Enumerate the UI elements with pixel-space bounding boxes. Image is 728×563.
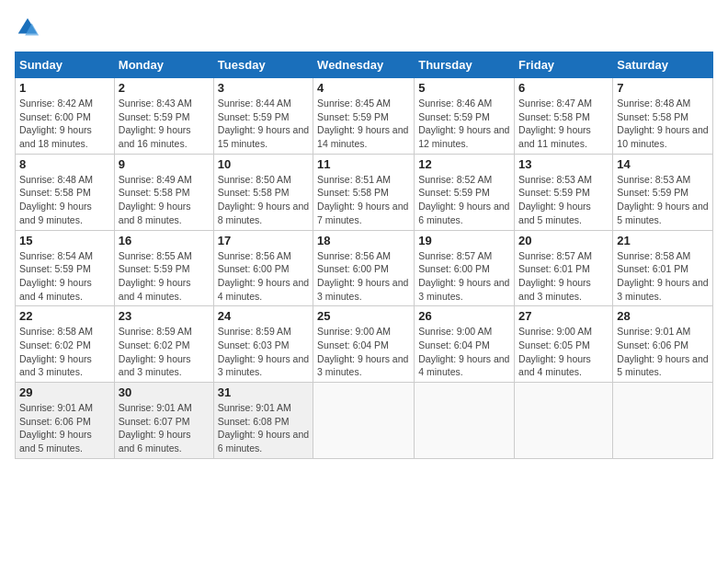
- calendar-cell: 27Sunrise: 9:00 AMSunset: 6:05 PMDayligh…: [515, 306, 613, 383]
- day-number: 14: [617, 157, 709, 171]
- day-info: Sunrise: 9:01 AMSunset: 6:06 PMDaylight:…: [617, 325, 709, 379]
- day-number: 17: [218, 234, 309, 247]
- day-number: 13: [518, 157, 609, 171]
- calendar-cell: 5Sunrise: 8:46 AMSunset: 5:59 PMDaylight…: [415, 78, 515, 155]
- calendar-cell: 2Sunrise: 8:43 AMSunset: 5:59 PMDaylight…: [114, 78, 213, 155]
- calendar-cell: 12Sunrise: 8:52 AMSunset: 5:59 PMDayligh…: [415, 154, 515, 230]
- day-number: 8: [19, 157, 110, 171]
- calendar-cell: 25Sunrise: 9:00 AMSunset: 6:04 PMDayligh…: [313, 306, 415, 383]
- day-info: Sunrise: 8:43 AMSunset: 5:59 PMDaylight:…: [119, 97, 210, 151]
- calendar-cell: 4Sunrise: 8:45 AMSunset: 5:59 PMDaylight…: [313, 78, 415, 155]
- day-info: Sunrise: 8:54 AMSunset: 5:59 PMDaylight:…: [19, 249, 110, 304]
- day-info: Sunrise: 9:00 AMSunset: 6:04 PMDaylight:…: [317, 325, 410, 379]
- day-number: 15: [19, 234, 110, 247]
- day-info: Sunrise: 8:46 AMSunset: 5:59 PMDaylight:…: [418, 97, 510, 151]
- day-number: 31: [218, 385, 309, 399]
- day-number: 4: [317, 81, 410, 95]
- day-info: Sunrise: 8:52 AMSunset: 5:59 PMDaylight:…: [418, 173, 510, 227]
- calendar-cell: 30Sunrise: 9:01 AMSunset: 6:07 PMDayligh…: [114, 383, 213, 459]
- day-number: 9: [119, 157, 210, 171]
- day-number: 30: [119, 385, 210, 399]
- day-number: 21: [617, 234, 709, 247]
- day-number: 3: [218, 81, 309, 95]
- calendar-week-row: 15Sunrise: 8:54 AMSunset: 5:59 PMDayligh…: [16, 230, 713, 306]
- day-number: 12: [418, 157, 510, 171]
- logo: [15, 15, 42, 40]
- day-number: 10: [218, 157, 309, 171]
- calendar-cell: [415, 383, 515, 459]
- day-number: 28: [617, 309, 709, 323]
- day-info: Sunrise: 8:58 AMSunset: 6:02 PMDaylight:…: [19, 325, 110, 379]
- day-number: 5: [418, 81, 510, 95]
- day-info: Sunrise: 9:01 AMSunset: 6:07 PMDaylight:…: [119, 401, 210, 455]
- calendar-week-row: 29Sunrise: 9:01 AMSunset: 6:06 PMDayligh…: [16, 383, 713, 459]
- day-info: Sunrise: 8:49 AMSunset: 5:58 PMDaylight:…: [119, 173, 210, 227]
- calendar-header-row: Sunday Monday Tuesday Wednesday Thursday…: [16, 52, 713, 78]
- col-thursday: Thursday: [415, 52, 515, 78]
- calendar-cell: 23Sunrise: 8:59 AMSunset: 6:02 PMDayligh…: [114, 306, 213, 383]
- day-number: 16: [119, 234, 210, 247]
- day-info: Sunrise: 9:01 AMSunset: 6:08 PMDaylight:…: [218, 401, 309, 455]
- calendar-table: Sunday Monday Tuesday Wednesday Thursday…: [15, 52, 713, 459]
- col-tuesday: Tuesday: [213, 52, 313, 78]
- col-wednesday: Wednesday: [313, 52, 415, 78]
- col-saturday: Saturday: [613, 52, 713, 78]
- day-info: Sunrise: 8:42 AMSunset: 6:00 PMDaylight:…: [19, 97, 110, 151]
- day-info: Sunrise: 8:59 AMSunset: 6:02 PMDaylight:…: [119, 325, 210, 379]
- day-info: Sunrise: 8:58 AMSunset: 6:01 PMDaylight:…: [617, 249, 709, 304]
- day-info: Sunrise: 8:57 AMSunset: 6:00 PMDaylight:…: [418, 249, 510, 304]
- calendar-cell: 22Sunrise: 8:58 AMSunset: 6:02 PMDayligh…: [16, 306, 115, 383]
- calendar-cell: [515, 383, 613, 459]
- calendar-cell: 31Sunrise: 9:01 AMSunset: 6:08 PMDayligh…: [213, 383, 313, 459]
- calendar-cell: 19Sunrise: 8:57 AMSunset: 6:00 PMDayligh…: [415, 230, 515, 306]
- calendar-cell: 28Sunrise: 9:01 AMSunset: 6:06 PMDayligh…: [613, 306, 713, 383]
- calendar-cell: 21Sunrise: 8:58 AMSunset: 6:01 PMDayligh…: [613, 230, 713, 306]
- day-info: Sunrise: 8:47 AMSunset: 5:58 PMDaylight:…: [518, 97, 609, 151]
- day-info: Sunrise: 8:50 AMSunset: 5:58 PMDaylight:…: [218, 173, 309, 227]
- day-info: Sunrise: 8:51 AMSunset: 5:58 PMDaylight:…: [317, 173, 410, 227]
- calendar-cell: [613, 383, 713, 459]
- day-info: Sunrise: 8:57 AMSunset: 6:01 PMDaylight:…: [518, 249, 609, 304]
- calendar-cell: 17Sunrise: 8:56 AMSunset: 6:00 PMDayligh…: [213, 230, 313, 306]
- calendar-cell: [313, 383, 415, 459]
- day-number: 29: [19, 385, 110, 399]
- day-info: Sunrise: 8:56 AMSunset: 6:00 PMDaylight:…: [218, 249, 309, 304]
- calendar-cell: 26Sunrise: 9:00 AMSunset: 6:04 PMDayligh…: [415, 306, 515, 383]
- day-number: 22: [19, 309, 110, 323]
- calendar-week-row: 22Sunrise: 8:58 AMSunset: 6:02 PMDayligh…: [16, 306, 713, 383]
- day-info: Sunrise: 8:59 AMSunset: 6:03 PMDaylight:…: [218, 325, 309, 379]
- calendar-cell: 29Sunrise: 9:01 AMSunset: 6:06 PMDayligh…: [16, 383, 115, 459]
- calendar-cell: 8Sunrise: 8:48 AMSunset: 5:58 PMDaylight…: [16, 154, 115, 230]
- day-number: 23: [119, 309, 210, 323]
- day-number: 20: [518, 234, 609, 247]
- calendar-week-row: 8Sunrise: 8:48 AMSunset: 5:58 PMDaylight…: [16, 154, 713, 230]
- day-info: Sunrise: 8:44 AMSunset: 5:59 PMDaylight:…: [218, 97, 309, 151]
- calendar-cell: 6Sunrise: 8:47 AMSunset: 5:58 PMDaylight…: [515, 78, 613, 155]
- day-number: 27: [518, 309, 609, 323]
- calendar-cell: 11Sunrise: 8:51 AMSunset: 5:58 PMDayligh…: [313, 154, 415, 230]
- day-number: 24: [218, 309, 309, 323]
- calendar-cell: 16Sunrise: 8:55 AMSunset: 5:59 PMDayligh…: [114, 230, 213, 306]
- day-number: 25: [317, 309, 410, 323]
- calendar-cell: 9Sunrise: 8:49 AMSunset: 5:58 PMDaylight…: [114, 154, 213, 230]
- calendar-cell: 10Sunrise: 8:50 AMSunset: 5:58 PMDayligh…: [213, 154, 313, 230]
- calendar-cell: 3Sunrise: 8:44 AMSunset: 5:59 PMDaylight…: [213, 78, 313, 155]
- day-info: Sunrise: 9:00 AMSunset: 6:05 PMDaylight:…: [518, 325, 609, 379]
- day-info: Sunrise: 9:00 AMSunset: 6:04 PMDaylight:…: [418, 325, 510, 379]
- day-number: 7: [617, 81, 709, 95]
- day-number: 19: [418, 234, 510, 247]
- day-info: Sunrise: 9:01 AMSunset: 6:06 PMDaylight:…: [19, 401, 110, 455]
- day-info: Sunrise: 8:48 AMSunset: 5:58 PMDaylight:…: [19, 173, 110, 227]
- day-number: 18: [317, 234, 410, 247]
- main-container: Sunday Monday Tuesday Wednesday Thursday…: [0, 0, 728, 466]
- header: [15, 15, 713, 40]
- calendar-week-row: 1Sunrise: 8:42 AMSunset: 6:00 PMDaylight…: [16, 78, 713, 155]
- col-friday: Friday: [515, 52, 613, 78]
- calendar-cell: 24Sunrise: 8:59 AMSunset: 6:03 PMDayligh…: [213, 306, 313, 383]
- day-info: Sunrise: 8:45 AMSunset: 5:59 PMDaylight:…: [317, 97, 410, 151]
- day-info: Sunrise: 8:53 AMSunset: 5:59 PMDaylight:…: [617, 173, 709, 227]
- day-info: Sunrise: 8:55 AMSunset: 5:59 PMDaylight:…: [119, 249, 210, 304]
- day-number: 11: [317, 157, 410, 171]
- day-info: Sunrise: 8:53 AMSunset: 5:59 PMDaylight:…: [518, 173, 609, 227]
- calendar-cell: 14Sunrise: 8:53 AMSunset: 5:59 PMDayligh…: [613, 154, 713, 230]
